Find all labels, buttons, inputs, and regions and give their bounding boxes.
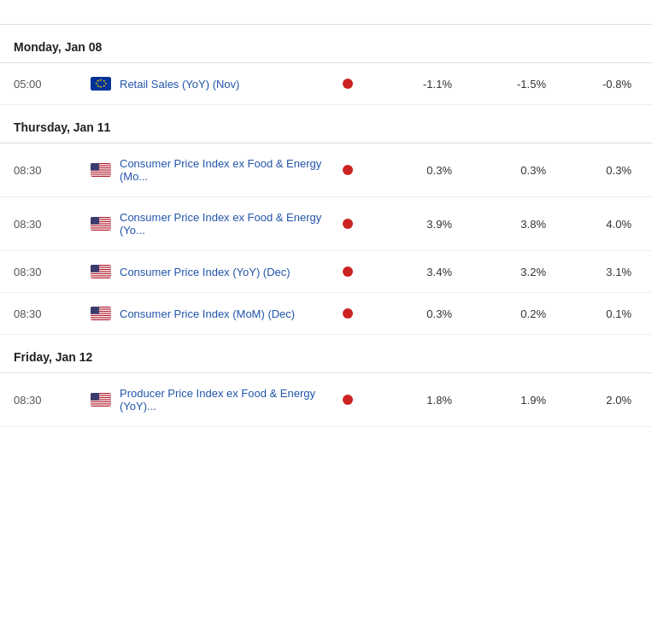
vol-cell bbox=[322, 79, 373, 89]
consensus-value: 0.3% bbox=[459, 164, 553, 177]
us-flag-icon bbox=[91, 265, 111, 278]
us-flag-icon bbox=[91, 217, 111, 231]
event-cell: Consumer Price Index ex Food & Energy (Y… bbox=[91, 211, 322, 237]
actual-value: 3.9% bbox=[373, 218, 459, 231]
consensus-value: 1.9% bbox=[459, 394, 553, 407]
previous-value: 0.3% bbox=[553, 164, 638, 177]
table-row: 08:30 Consumer Price Index ex Food & Ene… bbox=[0, 197, 652, 251]
high-vol-dot bbox=[343, 219, 353, 229]
event-name[interactable]: Retail Sales (YoY) (Nov) bbox=[120, 78, 239, 91]
vol-cell bbox=[322, 395, 373, 405]
event-time: 08:30 bbox=[14, 218, 91, 231]
previous-value: 0.1% bbox=[553, 307, 638, 320]
previous-value: 3.1% bbox=[553, 266, 638, 278]
event-name[interactable]: Consumer Price Index ex Food & Energy (Y… bbox=[120, 211, 322, 237]
event-cell: Consumer Price Index (YoY) (Dec) bbox=[91, 265, 322, 278]
event-cell: Retail Sales (YoY) (Nov) bbox=[91, 77, 322, 91]
actual-value: 0.3% bbox=[373, 164, 459, 177]
date-header: Thursday, Jan 11 bbox=[0, 105, 652, 143]
previous-value: 2.0% bbox=[553, 394, 638, 407]
event-time: 08:30 bbox=[14, 307, 91, 320]
actual-value: -1.1% bbox=[373, 78, 459, 91]
event-name[interactable]: Consumer Price Index (YoY) (Dec) bbox=[120, 266, 291, 278]
us-flag-icon bbox=[91, 307, 111, 320]
vol-cell bbox=[322, 165, 373, 175]
high-vol-dot bbox=[343, 395, 353, 405]
us-flag-icon bbox=[91, 163, 111, 177]
actual-value: 0.3% bbox=[373, 307, 459, 320]
previous-value: 4.0% bbox=[553, 218, 638, 231]
consensus-value: 3.8% bbox=[459, 218, 553, 231]
event-cell: Consumer Price Index ex Food & Energy (M… bbox=[91, 157, 322, 183]
event-time: 05:00 bbox=[14, 78, 91, 91]
high-vol-dot bbox=[343, 79, 353, 89]
event-cell: Producer Price Index ex Food & Energy (Y… bbox=[91, 387, 322, 413]
table-row: 05:00 Retail Sales (YoY) (Nov) -1.1% -1.… bbox=[0, 63, 652, 105]
table-row: 08:30 Consumer Price Index (YoY) (Dec) 3… bbox=[0, 251, 652, 293]
event-name[interactable]: Producer Price Index ex Food & Energy (Y… bbox=[120, 387, 322, 413]
actual-value: 1.8% bbox=[373, 394, 459, 407]
table-row: 08:30 Consumer Price Index ex Food & Ene… bbox=[0, 143, 652, 197]
date-header: Monday, Jan 08 bbox=[0, 25, 652, 63]
table-row: 08:30 Producer Price Index ex Food & Ene… bbox=[0, 373, 652, 427]
vol-cell bbox=[322, 266, 373, 277]
actual-value: 3.4% bbox=[373, 266, 459, 278]
high-vol-dot bbox=[343, 266, 353, 277]
previous-value: -0.8% bbox=[553, 78, 638, 91]
table-row: 08:30 Consumer Price Index (MoM) (Dec) 0… bbox=[0, 293, 652, 335]
consensus-value: 0.2% bbox=[459, 307, 553, 320]
date-header: Friday, Jan 12 bbox=[0, 335, 652, 373]
consensus-value: 3.2% bbox=[459, 266, 553, 278]
consensus-value: -1.5% bbox=[459, 78, 553, 91]
event-name[interactable]: Consumer Price Index (MoM) (Dec) bbox=[120, 307, 295, 320]
table-header bbox=[0, 0, 652, 25]
event-cell: Consumer Price Index (MoM) (Dec) bbox=[91, 307, 322, 320]
high-vol-dot bbox=[343, 308, 353, 319]
calendar-sections: Monday, Jan 08 05:00 Retail Sales (YoY) … bbox=[0, 25, 652, 427]
event-time: 08:30 bbox=[14, 394, 91, 407]
event-time: 08:30 bbox=[14, 164, 91, 177]
us-flag-icon bbox=[91, 393, 111, 407]
event-name[interactable]: Consumer Price Index ex Food & Energy (M… bbox=[120, 157, 322, 183]
vol-cell bbox=[322, 219, 373, 229]
vol-cell bbox=[322, 308, 373, 319]
high-vol-dot bbox=[343, 165, 353, 175]
event-time: 08:30 bbox=[14, 266, 91, 278]
eu-flag-icon bbox=[91, 77, 111, 91]
